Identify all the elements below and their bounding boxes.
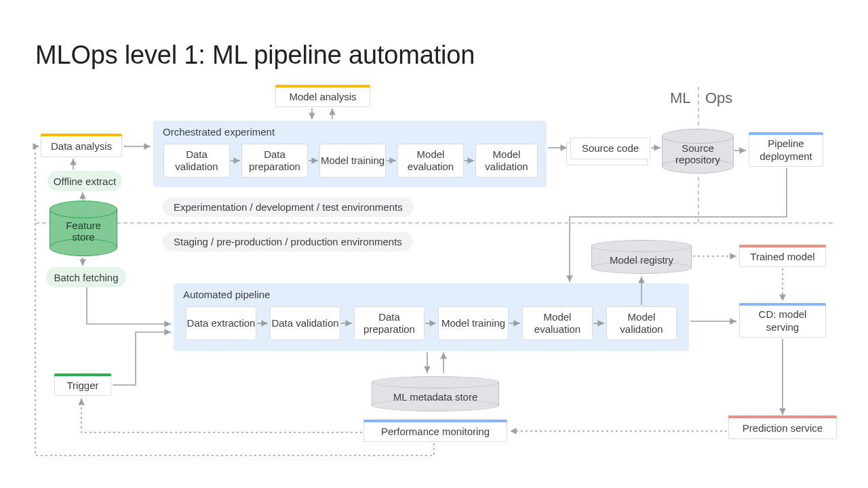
panel-pipeline-label: Automated pipeline <box>183 289 270 300</box>
box-perf-monitor: Performance monitoring <box>363 422 507 442</box>
page-title: MLOps level 1: ML pipeline automation <box>35 41 475 70</box>
box-trigger: Trigger <box>54 375 111 396</box>
pipe-step-4: Model training <box>438 306 509 340</box>
chip-env-top: Experimentation / development / test env… <box>163 197 414 217</box>
box-trained-model: Trained model <box>739 247 826 267</box>
box-data-analysis: Data analysis <box>41 136 122 157</box>
label-ml: ML <box>670 89 691 107</box>
pipe-step-3: Data preparation <box>354 306 425 340</box>
store-model-registry-label: Model registry <box>610 249 673 266</box>
pill-batch-fetching: Batch fetching <box>46 267 126 287</box>
pipe-step-2: Data validation <box>270 306 340 340</box>
label-ops: Ops <box>705 89 732 107</box>
box-prediction-service: Prediction service <box>728 418 837 439</box>
exp-step-1: Data validation <box>163 144 230 178</box>
store-ml-metadata-label: ML metadata store <box>393 386 478 403</box>
pipe-step-1: Data extraction <box>186 306 256 340</box>
pipe-step-5: Model evaluation <box>522 306 593 340</box>
exp-step-2: Data preparation <box>241 144 308 178</box>
pipe-step-6: Model validation <box>606 306 677 340</box>
chip-env-bottom: Staging / pre-production / production en… <box>163 232 413 251</box>
panel-experiment-label: Orchestrated experiment <box>163 126 275 138</box>
pill-offline-extract: Offline extract <box>47 171 122 191</box>
box-cd-serving: CD: model serving <box>739 305 826 338</box>
store-feature-store: Feature store <box>50 201 117 256</box>
store-source-repo-label: Source repository <box>662 137 734 165</box>
box-model-analysis: Model analysis <box>275 87 370 107</box>
env-divider <box>35 222 833 224</box>
store-model-registry: Model registry <box>591 240 692 274</box>
arrows-layer <box>0 0 868 488</box>
box-pipeline-deployment: Pipeline deployment <box>749 134 823 167</box>
box-source-code: Source code <box>570 138 650 159</box>
exp-step-5: Model validation <box>475 144 538 178</box>
store-ml-metadata: ML metadata store <box>372 376 499 411</box>
store-feature-store-label: Feature store <box>66 214 101 243</box>
exp-step-4: Model evaluation <box>397 144 464 178</box>
diagram-stage: MLOps level 1: ML pipeline automation ML… <box>0 0 868 488</box>
store-source-repo: Source repository <box>662 129 734 174</box>
exp-step-3: Model training <box>319 144 386 178</box>
